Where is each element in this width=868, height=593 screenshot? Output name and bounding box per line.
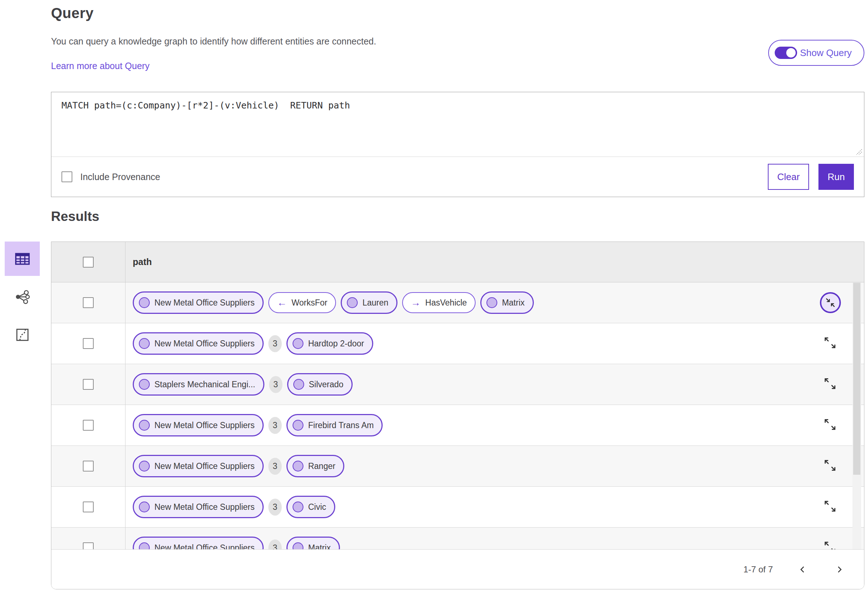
show-query-label: Show Query — [800, 47, 852, 59]
expand-icon — [823, 336, 837, 350]
next-page-button[interactable] — [832, 562, 847, 577]
previous-page-button[interactable] — [795, 562, 810, 577]
select-all-checkbox[interactable] — [83, 257, 94, 268]
clear-button[interactable]: Clear — [768, 164, 809, 190]
expand-icon — [823, 458, 837, 473]
row-checkbox[interactable] — [83, 420, 94, 431]
entity-pill[interactable]: Matrix — [480, 291, 534, 314]
entity-pill[interactable]: New Metal Office Suppliers — [133, 455, 264, 477]
pill-label: New Metal Office Suppliers — [154, 462, 255, 471]
entity-pill[interactable]: New Metal Office Suppliers — [133, 332, 264, 355]
collapsed-count-badge[interactable]: 3 — [269, 499, 282, 516]
collapse-row-button[interactable] — [820, 292, 841, 313]
row-checkbox[interactable] — [83, 461, 94, 472]
entity-pill[interactable]: Ranger — [286, 455, 344, 477]
collapsed-count-badge[interactable]: 3 — [269, 458, 282, 475]
relationship-pill[interactable]: ←WorksFor — [269, 292, 336, 313]
expand-icon — [823, 417, 837, 432]
expand-row-button[interactable] — [823, 376, 837, 392]
include-provenance-checkbox[interactable] — [62, 171, 72, 182]
row-checkbox-cell — [52, 323, 125, 364]
pagination-range-label: 1-7 of 7 — [744, 565, 773, 575]
pill-label: New Metal Office Suppliers — [154, 502, 255, 512]
row-checkbox-cell — [52, 487, 125, 527]
entity-node-icon — [292, 338, 303, 349]
chevron-left-icon — [798, 565, 807, 574]
link-chart-view-icon — [14, 289, 31, 305]
entity-pill[interactable]: Hardtop 2-door — [286, 332, 373, 355]
select-all-cell — [52, 242, 125, 282]
table-row: New Metal Office Suppliers3Firebird Tran… — [52, 405, 864, 446]
relationship-pill[interactable]: →HasVehicle — [402, 292, 475, 313]
row-checkbox[interactable] — [83, 502, 94, 512]
path-cell: New Metal Office Suppliers←WorksForLaure… — [125, 291, 864, 314]
table-view-icon — [13, 250, 31, 268]
entity-pill[interactable]: New Metal Office Suppliers — [133, 291, 264, 314]
row-checkbox[interactable] — [83, 297, 94, 308]
expand-row-button[interactable] — [823, 499, 837, 515]
results-table-footer: 1-7 of 7 — [52, 549, 864, 589]
path-cell: New Metal Office Suppliers3Firebird Tran… — [125, 414, 864, 437]
entity-pill[interactable]: New Metal Office Suppliers — [133, 496, 264, 518]
entity-node-icon — [139, 461, 150, 472]
entity-node-icon — [139, 338, 150, 349]
expand-row-button[interactable] — [823, 336, 837, 351]
collapsed-count-badge[interactable]: 3 — [269, 376, 282, 393]
path-column-header: path — [125, 257, 152, 267]
arrow-right-icon: → — [411, 298, 421, 308]
entity-node-icon — [292, 502, 303, 512]
learn-more-link[interactable]: Learn more about Query — [51, 61, 149, 71]
expand-row-button[interactable] — [823, 417, 837, 433]
query-text-input[interactable]: MATCH path=(c:Company)-[r*2]-(v:Vehicle)… — [52, 92, 864, 157]
entity-node-icon — [293, 379, 304, 390]
entity-pill[interactable]: Lauren — [341, 291, 397, 314]
pill-label: Matrix — [502, 298, 525, 308]
entity-node-icon — [486, 297, 497, 308]
query-page: { "colors": { "accent_purple": "#5d33c8"… — [0, 0, 868, 593]
entity-pill[interactable]: Silverado — [287, 373, 353, 395]
results-title: Results — [51, 209, 99, 224]
scrollbar-thumb[interactable] — [853, 283, 861, 475]
query-description: You can query a knowledge graph to ident… — [51, 36, 376, 47]
path-cell: Staplers Mechanical Engi...3Silverado — [125, 373, 864, 395]
entity-node-icon — [139, 420, 150, 431]
collapsed-count-badge[interactable]: 3 — [269, 417, 282, 434]
pill-label: New Metal Office Suppliers — [154, 420, 255, 430]
arrow-left-icon: ← — [277, 298, 287, 308]
include-provenance-label: Include Provenance — [80, 172, 160, 182]
table-row: Staplers Mechanical Engi...3Silverado — [52, 364, 864, 405]
expand-row-button[interactable] — [823, 458, 837, 474]
pill-label: Lauren — [362, 298, 388, 308]
row-checkbox[interactable] — [83, 338, 94, 349]
row-checkbox-cell — [52, 364, 125, 405]
collapsed-count-badge[interactable]: 3 — [269, 335, 282, 352]
row-checkbox[interactable] — [83, 379, 94, 390]
page-title: Query — [51, 5, 94, 21]
pill-label: New Metal Office Suppliers — [154, 339, 255, 348]
show-query-toggle[interactable]: Show Query — [768, 40, 864, 66]
map-view-icon — [14, 326, 31, 343]
entity-node-icon — [139, 297, 150, 308]
path-cell: New Metal Office Suppliers3Civic — [125, 496, 864, 518]
entity-node-icon — [347, 297, 358, 308]
pill-label: Staplers Mechanical Engi... — [154, 380, 255, 389]
entity-node-icon — [139, 502, 150, 512]
table-view-button[interactable] — [5, 242, 40, 276]
entity-node-icon — [292, 461, 303, 472]
link-chart-view-button[interactable] — [5, 279, 40, 314]
entity-pill[interactable]: Staplers Mechanical Engi... — [133, 373, 264, 395]
run-button[interactable]: Run — [818, 164, 854, 190]
pill-label: Firebird Trans Am — [308, 420, 374, 430]
pill-label: New Metal Office Suppliers — [154, 298, 255, 308]
entity-pill[interactable]: New Metal Office Suppliers — [133, 414, 264, 437]
toggle-switch-icon[interactable] — [775, 47, 797, 59]
entity-pill[interactable]: Firebird Trans Am — [286, 414, 383, 437]
collapse-icon — [824, 296, 837, 309]
path-cell: New Metal Office Suppliers3Ranger — [125, 455, 864, 477]
resize-handle-icon[interactable] — [854, 147, 863, 156]
map-view-button[interactable] — [5, 317, 40, 352]
row-checkbox-cell — [52, 405, 125, 445]
entity-pill[interactable]: Civic — [286, 496, 335, 518]
chevron-right-icon — [835, 565, 844, 574]
table-scrollbar[interactable] — [852, 283, 861, 549]
